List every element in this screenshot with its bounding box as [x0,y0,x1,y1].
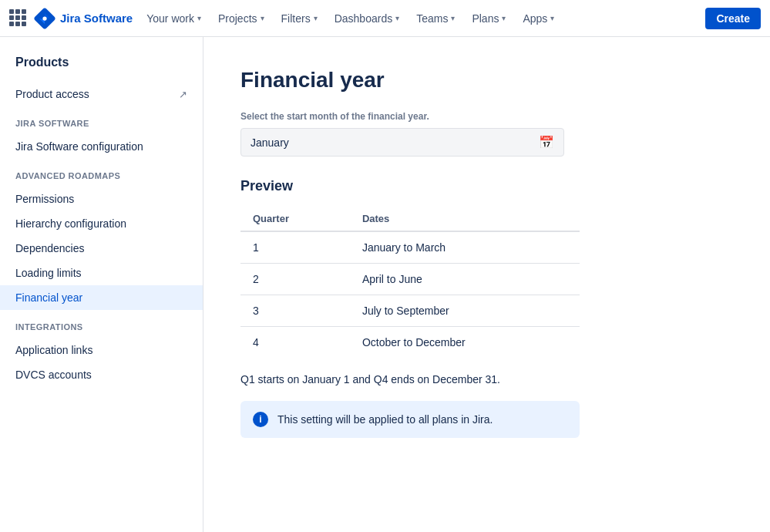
dates-column-header: Dates [350,207,580,231]
sidebar-item-jira-config[interactable]: Jira Software configuration [0,134,203,159]
logo-text: Jira Software [60,12,133,25]
nav-projects[interactable]: Projects ▾ [210,8,272,29]
quarter-number: 3 [240,295,350,327]
select-field-label: Select the start month of the financial … [240,111,733,122]
sidebar-section-integrations: INTEGRATIONS [0,310,203,338]
chevron-down-icon: ▾ [502,14,506,22]
sidebar-item-application-links[interactable]: Application links [0,338,203,362]
sidebar-item-hierarchy[interactable]: Hierarchy configuration [0,211,203,236]
quarter-dates: October to December [350,327,580,359]
nav-dashboards[interactable]: Dashboards ▾ [327,8,408,29]
info-banner-text: This setting will be applied to all plan… [277,413,493,426]
nav-your-work[interactable]: Your work ▾ [139,8,209,29]
nav-filters[interactable]: Filters ▾ [274,8,325,29]
quarters-table: Quarter Dates 1 January to March 2 April… [240,207,580,358]
logo-link[interactable]: Jira Software [34,8,133,29]
chevron-down-icon: ▾ [395,14,399,22]
chevron-down-icon: ▾ [550,14,554,22]
nav-teams[interactable]: Teams ▾ [409,8,462,29]
table-row: 3 July to September [240,295,580,327]
main-navigation: Your work ▾ Projects ▾ Filters ▾ Dashboa… [139,8,705,29]
table-row: 2 April to June [240,264,580,295]
quarter-column-header: Quarter [240,207,350,231]
page-layout: Products Product access ↗ JIRA SOFTWARE … [0,37,770,532]
sidebar-item-product-access[interactable]: Product access ↗ [0,82,203,106]
chevron-down-icon: ▾ [261,14,264,22]
external-link-icon: ↗ [179,89,187,100]
nav-apps[interactable]: Apps ▾ [515,8,562,29]
svg-point-1 [42,16,46,20]
header-actions: Create [705,8,761,29]
info-banner: i This setting will be applied to all pl… [240,401,580,438]
preview-heading: Preview [240,178,733,194]
quarter-number: 1 [240,231,350,264]
sidebar-item-dvcs[interactable]: DVCS accounts [0,362,203,387]
quarter-number: 2 [240,264,350,295]
quarter-dates: April to June [350,264,580,295]
app-switcher-icon[interactable] [9,9,28,28]
table-row: 4 October to December [240,327,580,359]
sidebar-item-dependencies[interactable]: Dependencies [0,236,203,261]
chevron-down-icon: ▾ [451,14,455,22]
sidebar-item-permissions[interactable]: Permissions [0,187,203,211]
nav-plans[interactable]: Plans ▾ [464,8,513,29]
sidebar-item-financial-year[interactable]: Financial year [0,285,203,310]
chevron-down-icon: ▾ [197,14,201,22]
sidebar-item-loading-limits[interactable]: Loading limits [0,261,203,285]
sidebar-section-advanced-roadmaps: ADVANCED ROADMAPS [0,159,203,187]
info-icon: i [253,412,268,427]
quarter-dates: July to September [350,295,580,327]
selected-month-value: January [251,136,289,149]
table-row: 1 January to March [240,231,580,264]
month-select[interactable]: January 📅 [240,128,564,157]
calendar-icon: 📅 [539,135,554,150]
sidebar-products-title: Products [0,56,203,82]
quarter-number: 4 [240,327,350,359]
top-navigation: Jira Software Your work ▾ Projects ▾ Fil… [0,0,770,37]
quarter-dates: January to March [350,231,580,264]
sidebar-section-jira-software: JIRA SOFTWARE [0,106,203,134]
main-content: Financial year Select the start month of… [203,37,770,532]
create-button[interactable]: Create [705,8,761,29]
jira-logo-icon [34,8,55,29]
sidebar: Products Product access ↗ JIRA SOFTWARE … [0,37,203,532]
chevron-down-icon: ▾ [314,14,318,22]
summary-text: Q1 starts on January 1 and Q4 ends on De… [240,373,733,386]
page-title: Financial year [240,68,733,93]
